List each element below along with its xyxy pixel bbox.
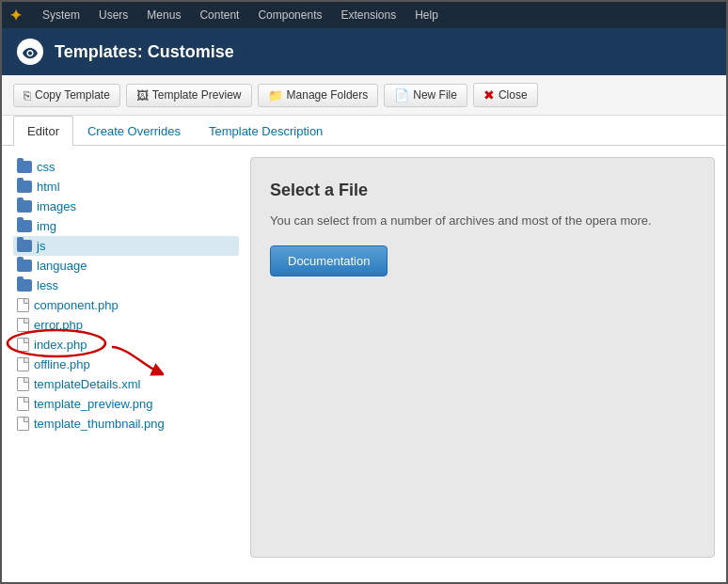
tab-bar: Editor Create Overrides Template Descrip…	[2, 116, 726, 146]
file-component-php-icon	[17, 298, 29, 312]
folder-language[interactable]: language	[13, 256, 239, 276]
menu-bar: ✦ System Users Menus Content Components …	[2, 2, 726, 28]
file-template-details-xml-icon	[17, 377, 29, 391]
folder-language-icon	[17, 260, 32, 272]
folder-less[interactable]: less	[13, 276, 239, 295]
panel-title: Select a File	[270, 181, 368, 200]
tab-editor[interactable]: Editor	[13, 116, 73, 146]
menu-system[interactable]: System	[33, 2, 89, 28]
new-file-icon: 📄	[394, 88, 409, 103]
close-icon: ✖	[483, 87, 495, 103]
file-index-php-icon	[17, 338, 29, 352]
file-tree: css html images img js language	[13, 157, 239, 558]
folder-icon: 📁	[268, 88, 283, 103]
copy-template-button[interactable]: ⎘ Copy Template	[13, 84, 120, 107]
menu-content[interactable]: Content	[190, 2, 248, 28]
folder-less-icon	[17, 279, 32, 292]
menu-help[interactable]: Help	[405, 2, 448, 28]
close-button[interactable]: ✖ Close	[473, 83, 538, 107]
copy-icon: ⎘	[24, 88, 31, 103]
folder-html[interactable]: html	[13, 177, 239, 197]
folder-img-icon	[17, 220, 32, 232]
file-offline-php[interactable]: offline.php	[13, 355, 239, 374]
menu-extensions[interactable]: Extensions	[331, 2, 405, 28]
panel-text: You can select from a number of archives…	[270, 212, 652, 230]
menu-users[interactable]: Users	[89, 2, 137, 28]
main-content: css html images img js language	[2, 146, 726, 569]
menu-components[interactable]: Components	[248, 2, 331, 28]
folder-css[interactable]: css	[13, 157, 239, 177]
menu-items: System Users Menus Content Components Ex…	[33, 2, 448, 28]
eye-icon	[17, 39, 43, 65]
file-component-php[interactable]: component.php	[13, 295, 239, 315]
tab-create-overrides[interactable]: Create Overrides	[73, 116, 195, 146]
file-index-php[interactable]: index.php	[13, 335, 239, 355]
file-offline-php-icon	[17, 357, 29, 371]
folder-html-icon	[17, 181, 32, 193]
documentation-button[interactable]: Documentation	[270, 245, 388, 276]
file-error-php-icon	[17, 318, 29, 332]
manage-folders-button[interactable]: 📁 Manage Folders	[258, 84, 379, 107]
app-window: ✦ System Users Menus Content Components …	[0, 0, 728, 584]
joomla-logo: ✦	[9, 7, 22, 24]
tab-template-description[interactable]: Template Description	[195, 116, 337, 146]
right-panel: Select a File You can select from a numb…	[250, 157, 715, 558]
preview-icon: 🖼	[136, 88, 149, 103]
folder-js-icon	[17, 240, 32, 252]
file-template-thumbnail-png-icon	[17, 417, 29, 431]
file-template-details-xml[interactable]: templateDetails.xml	[13, 374, 239, 394]
folder-js[interactable]: js	[13, 236, 239, 256]
menu-menus[interactable]: Menus	[137, 2, 190, 28]
new-file-button[interactable]: 📄 New File	[384, 84, 467, 107]
folder-css-icon	[17, 161, 32, 173]
file-template-preview-png[interactable]: template_preview.png	[13, 394, 239, 414]
folder-img[interactable]: img	[13, 216, 239, 236]
toolbar: ⎘ Copy Template 🖼 Template Preview 📁 Man…	[2, 75, 726, 116]
file-error-php[interactable]: error.php	[13, 315, 239, 335]
folder-images[interactable]: images	[13, 197, 239, 216]
folder-images-icon	[17, 200, 32, 213]
file-template-preview-png-icon	[17, 397, 29, 411]
file-template-thumbnail-png[interactable]: template_thumbnail.png	[13, 414, 239, 434]
template-preview-button[interactable]: 🖼 Template Preview	[126, 84, 252, 107]
page-header: Templates: Customise	[2, 28, 726, 75]
page-title: Templates: Customise	[55, 42, 234, 62]
